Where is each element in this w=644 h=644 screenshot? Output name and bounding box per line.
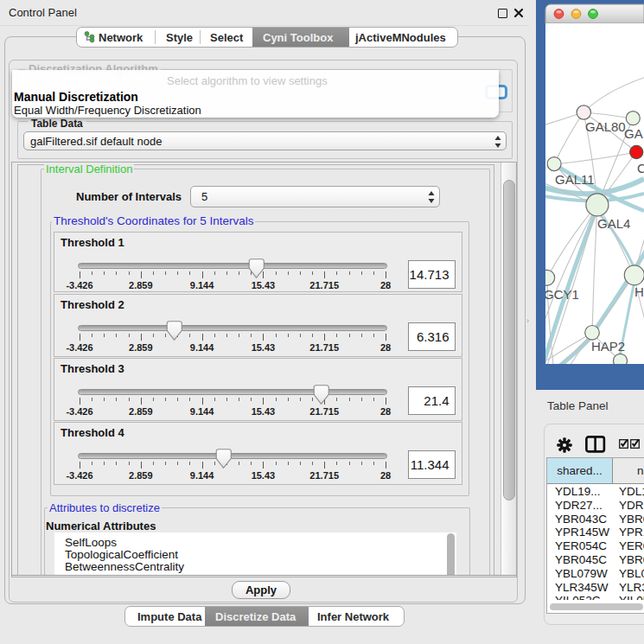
svg-text:C: C	[637, 161, 644, 175]
svg-text:GAL80: GAL80	[585, 119, 626, 134]
svg-text:GA: GA	[624, 126, 643, 141]
svg-text:H: H	[634, 284, 644, 299]
svg-text:HAP2: HAP2	[591, 339, 625, 354]
svg-text:GCY1: GCY1	[544, 287, 579, 302]
svg-text:GAL11: GAL11	[555, 172, 595, 187]
svg-text:GAL4: GAL4	[597, 216, 630, 231]
